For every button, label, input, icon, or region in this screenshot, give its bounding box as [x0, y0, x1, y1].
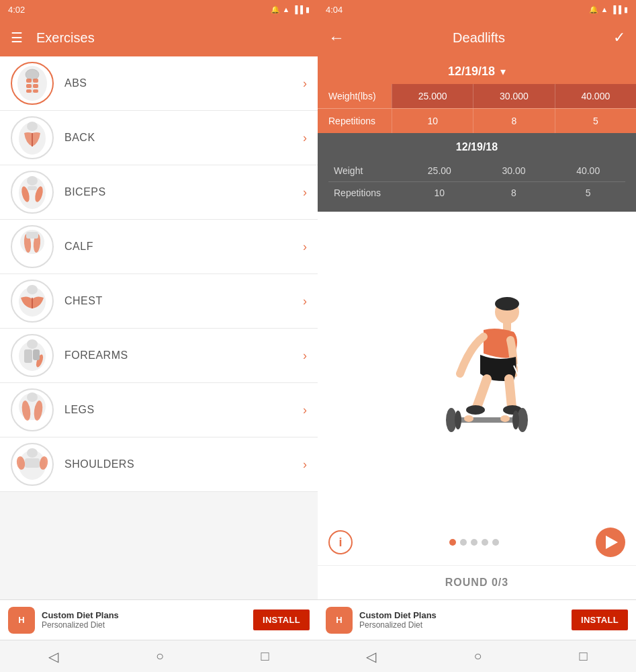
chest-label: CHEST [64, 295, 303, 307]
svg-rect-5 [33, 84, 38, 88]
exercise-item-back[interactable]: BACK › [0, 111, 318, 165]
abs-muscle-icon [11, 62, 54, 105]
shoulders-label: SHOULDERS [64, 458, 303, 470]
exercise-item-forearms[interactable]: FOREARMS › [0, 329, 318, 383]
history-reps-row: Repetitions 10 8 5 [328, 182, 625, 204]
right-header: ← Deadlifts ✓ [318, 19, 636, 56]
dot-2[interactable] [460, 539, 467, 546]
dot-5[interactable] [492, 539, 499, 546]
right-ad-title: Custom Diet Plans [359, 610, 565, 620]
bell-icon: 🔔 [271, 5, 280, 14]
round-label: ROUND 0/3 [445, 577, 508, 588]
left-status-icons: 🔔 ▲ ▐▐ ▮ [271, 5, 310, 14]
back-chevron[interactable]: › [303, 131, 307, 145]
svg-point-22 [27, 285, 38, 294]
abs-label: ABS [64, 77, 303, 89]
forearms-chevron[interactable]: › [303, 349, 307, 363]
calf-label: CALF [64, 241, 303, 253]
history-date: 12/19/18 [328, 141, 625, 153]
biceps-chevron[interactable]: › [303, 185, 307, 200]
svg-point-10 [27, 122, 38, 131]
right-status-time: 4:04 [326, 5, 343, 15]
image-dots [449, 539, 499, 546]
image-controls: i [318, 522, 636, 565]
svg-point-25 [27, 339, 38, 349]
history-weight-col2: 30.00 [477, 160, 551, 181]
exercise-item-abs[interactable]: ABS › [0, 56, 318, 111]
right-battery-icon: ▮ [624, 5, 628, 14]
left-recents-nav-icon[interactable]: □ [261, 648, 269, 664]
chest-chevron[interactable]: › [303, 294, 307, 308]
back-label: BACK [64, 132, 303, 144]
left-ad-subtitle: Personalized Diet [42, 620, 246, 630]
left-install-button[interactable]: INSTALL [253, 610, 310, 630]
history-reps-col3: 5 [551, 182, 625, 204]
exercise-item-chest[interactable]: CHEST › [0, 274, 318, 329]
weight-col1-header: 25.000 [392, 84, 473, 108]
shoulders-chevron[interactable]: › [303, 458, 307, 472]
left-home-nav-icon[interactable]: ○ [156, 648, 164, 664]
left-header: ☰ Exercises [0, 19, 318, 56]
reps-col2: 8 [473, 109, 554, 133]
right-recents-nav-icon[interactable]: □ [579, 648, 587, 664]
left-ad-title: Custom Diet Plans [42, 610, 246, 620]
right-header-title: Deadlifts [453, 30, 505, 46]
left-header-title: Exercises [36, 30, 95, 46]
right-home-nav-icon[interactable]: ○ [473, 648, 482, 664]
round-section: ROUND 0/3 [318, 565, 636, 599]
right-nav-bar: ◁ ○ □ [318, 640, 636, 672]
confirm-button[interactable]: ✓ [613, 29, 625, 46]
svg-point-34 [27, 448, 38, 458]
date-dropdown-icon[interactable]: ▾ [500, 65, 506, 78]
weight-col2-header: 30.000 [473, 84, 554, 108]
left-ad-icon: H [8, 607, 35, 634]
svg-rect-27 [24, 349, 32, 363]
info-button[interactable]: i [328, 530, 353, 554]
exercise-item-biceps[interactable]: BICEPS › [0, 165, 318, 220]
right-bell-icon: 🔔 [589, 5, 598, 14]
history-section: 12/19/18 Weight 25.00 30.00 40.00 Repeti… [318, 133, 636, 212]
svg-rect-2 [26, 79, 32, 83]
weight-header: Weight(lbs) [318, 84, 392, 108]
svg-rect-16 [28, 186, 37, 190]
exercise-item-calf[interactable]: CALF › [0, 220, 318, 274]
biceps-muscle-icon [11, 171, 54, 214]
calf-muscle-icon [11, 225, 54, 268]
left-status-time: 4:02 [8, 5, 25, 15]
left-back-nav-icon[interactable]: ◁ [48, 648, 58, 665]
svg-rect-40 [503, 323, 511, 331]
date-row[interactable]: 12/19/18 ▾ [318, 62, 636, 84]
signal-icon: ▐▐ [292, 5, 303, 13]
exercise-item-shoulders[interactable]: SHOULDERS › [0, 437, 318, 492]
play-icon [606, 536, 618, 549]
svg-point-51 [500, 415, 510, 422]
svg-rect-4 [26, 84, 32, 88]
right-install-button[interactable]: INSTALL [572, 610, 628, 630]
exercise-image-area: i [318, 212, 636, 565]
dot-4[interactable] [482, 539, 488, 546]
right-wifi-icon: ▲ [601, 5, 608, 13]
svg-rect-28 [33, 349, 40, 360]
battery-icon: ▮ [306, 5, 310, 14]
back-button[interactable]: ← [328, 28, 345, 47]
history-weight-label: Weight [328, 160, 402, 181]
svg-point-13 [27, 176, 38, 185]
current-date: 12/19/18 [448, 65, 495, 79]
dot-1[interactable] [449, 539, 456, 546]
exercise-item-legs[interactable]: LEGS › [0, 383, 318, 437]
dot-3[interactable] [471, 539, 478, 546]
calf-chevron[interactable]: › [303, 240, 307, 254]
weight-col3-header: 40.000 [555, 84, 636, 108]
hamburger-menu-icon[interactable]: ☰ [11, 30, 23, 46]
svg-point-41 [466, 405, 485, 415]
right-ad-icon: H [326, 607, 353, 634]
reps-col1: 10 [392, 109, 473, 133]
right-status-bar: 4:04 🔔 ▲ ▐▐ ▮ [318, 0, 636, 19]
abs-chevron[interactable]: › [303, 77, 307, 91]
right-back-nav-icon[interactable]: ◁ [366, 648, 376, 665]
exercise-figure [396, 212, 557, 522]
play-button[interactable] [596, 528, 625, 557]
legs-chevron[interactable]: › [303, 403, 307, 417]
history-reps-col1: 10 [402, 182, 477, 204]
repetitions-header: Repetitions [318, 109, 392, 133]
